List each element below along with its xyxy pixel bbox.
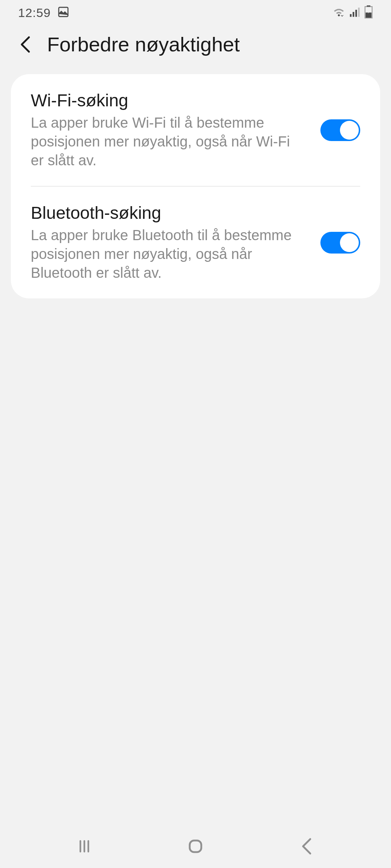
svg-rect-3 (356, 10, 357, 17)
setting-title: Wi-Fi-søking (31, 90, 306, 110)
header: Forbedre nøyaktighet (0, 25, 391, 74)
page-title: Forbedre nøyaktighet (47, 33, 240, 56)
status-right (332, 5, 373, 20)
toggle-thumb (340, 233, 359, 252)
setting-description: La apper bruke Wi-Fi til å bestemme posi… (31, 113, 306, 170)
recents-button[interactable] (73, 835, 95, 857)
picture-icon (57, 6, 70, 20)
setting-text: Bluetooth-søking La apper bruke Bluetoot… (31, 203, 306, 282)
status-time: 12:59 (18, 6, 51, 20)
back-button[interactable] (18, 37, 33, 52)
settings-card: Wi-Fi-søking La apper bruke Wi-Fi til å … (11, 74, 380, 298)
navigation-bar (0, 825, 391, 868)
wifi-scanning-toggle[interactable] (320, 119, 360, 141)
status-bar: 12:59 (0, 0, 391, 25)
back-nav-button[interactable] (296, 835, 318, 857)
svg-rect-2 (353, 12, 354, 17)
svg-rect-1 (350, 14, 352, 17)
status-left: 12:59 (18, 6, 70, 20)
battery-icon (364, 5, 373, 20)
svg-rect-7 (366, 13, 371, 18)
signal-icon (349, 7, 361, 19)
setting-description: La apper bruke Bluetooth til å bestemme … (31, 226, 306, 282)
bluetooth-scanning-setting[interactable]: Bluetooth-søking La apper bruke Bluetoot… (11, 187, 380, 298)
wifi-icon (332, 7, 345, 19)
bluetooth-scanning-toggle[interactable] (320, 232, 360, 254)
svg-rect-4 (358, 8, 360, 17)
wifi-scanning-setting[interactable]: Wi-Fi-søking La apper bruke Wi-Fi til å … (11, 74, 380, 186)
setting-text: Wi-Fi-søking La apper bruke Wi-Fi til å … (31, 90, 306, 170)
svg-rect-11 (190, 841, 201, 852)
home-button[interactable] (185, 835, 206, 857)
setting-title: Bluetooth-søking (31, 203, 306, 223)
toggle-thumb (340, 121, 359, 140)
